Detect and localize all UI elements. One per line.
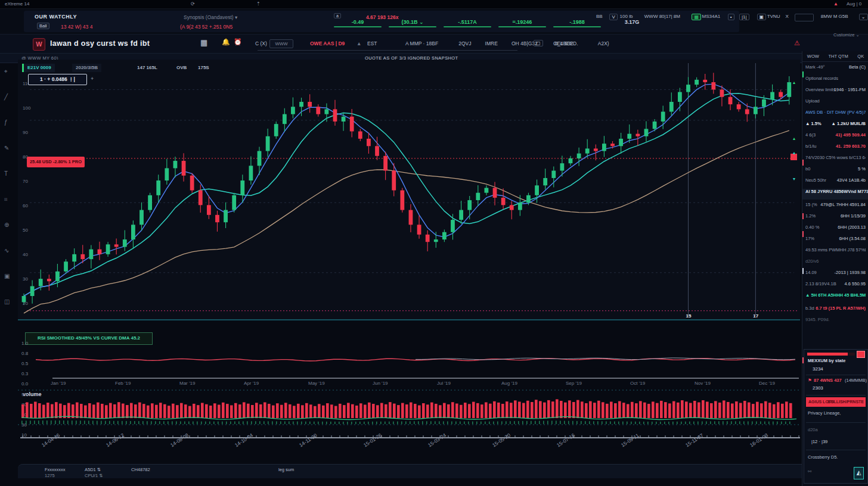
sidebar-row[interactable]: 2.13 8/19V4.1B4.6 550.95 [805, 281, 866, 292]
sidebar-row[interactable]: 4 6(341) 495 509.44 [805, 132, 866, 143]
price-axis-label: 100 [23, 105, 30, 111]
mini-box-item[interactable]: ⌄ [859, 14, 868, 20]
sidebar-row-label: Neu5 50hr [805, 177, 826, 183]
sidebar-row[interactable]: b/1/lu41. 259 603.70 [805, 144, 866, 154]
price-axis-label: 70 [23, 179, 28, 184]
sidebar-row-label: AI 58 JYRRU 4856WVnd M77345 [805, 189, 868, 194]
red-banner[interactable]: AGIUS LOTS BULLISH/PRNSTE [806, 397, 866, 407]
sidebar-row[interactable]: 0.40 %6HH (2003.13 [805, 225, 866, 235]
sidebar-row[interactable]: b05 % [805, 166, 866, 177]
shield-chart-icon[interactable]: ◭ [854, 467, 864, 479]
stat-value: -.1988 [569, 19, 585, 25]
chart-icon[interactable]: ▦ [200, 38, 207, 47]
tool-icon[interactable]: T [4, 170, 8, 177]
alert-badge[interactable]: 25.48 USD -2.80% 1 PRO [27, 157, 85, 167]
sidebar-row[interactable]: ▲ 5H 6TH A5HHH 45 BHL5M 5I [805, 292, 866, 303]
footer-item: CH48782 [131, 467, 150, 473]
sidebar-row[interactable]: AWS DB · DIT DHW (PV 4/5)7 [805, 110, 866, 120]
progress-bar [807, 353, 855, 356]
sidebar-row[interactable]: 17%6HH (3.54.08 [805, 236, 866, 247]
symbol-chip-secondary[interactable]: 2020/3I5B [72, 64, 101, 72]
alarm-icon[interactable]: ⏰ [234, 38, 242, 46]
sidebar-tab[interactable]: THT QTM [828, 54, 848, 59]
cx-label: C (X) [255, 40, 267, 46]
session-red-label: OWE AAS | D9 [310, 40, 345, 46]
symbol-chip[interactable]: Ball [37, 23, 49, 29]
quotebar-right-cluster: BBV100 lbWWW 80|17| 8M▦MS34A1•|1|▣TVNUX8… [596, 11, 868, 21]
sidebar-row-label: Optional records [805, 76, 838, 81]
tool-icon[interactable]: ✎ [4, 145, 9, 151]
search-underline[interactable] [258, 50, 517, 51]
app-logo[interactable]: W [33, 38, 45, 51]
mini-box-item[interactable]: V [609, 14, 617, 20]
up-icon[interactable]: ⇡ [256, 1, 261, 7]
plus-icon[interactable]: + [91, 76, 94, 82]
caret-icon[interactable]: ▲ [356, 40, 361, 46]
sidebar-row[interactable]: Overview limits1946 · 1951-FM [805, 87, 866, 98]
mini-search-input[interactable] [795, 14, 814, 21]
drawing-toolbar: ⌖╱ƒ✎T⌗⊕∿▣◫ [0, 63, 17, 319]
sidebar-row[interactable]: 49.53 mms PWMHH J78 57%L1B [805, 247, 866, 258]
cluster-label: TVNU [767, 14, 780, 19]
symbol-selector[interactable]: Synopsis (Oandavest) ▾ [184, 14, 237, 20]
stat-value: =.19246 [513, 19, 532, 25]
sidebar-tab[interactable]: WOW [807, 54, 819, 59]
tool-icon[interactable]: ∿ [4, 247, 9, 254]
mini-box-item[interactable]: • [728, 14, 734, 20]
chip-accent-bar [22, 64, 24, 72]
sidebar-row-label: AWS DB · DIT DHW (PV 4/5)7 [805, 110, 866, 115]
symbol-chip-active[interactable]: E21V 0009 [22, 64, 55, 72]
sidebar-tab[interactable]: QK [857, 54, 864, 59]
refresh-icon[interactable]: ⟳ [191, 1, 195, 7]
sidebar-row[interactable]: Neu5 50hr43V4 1A1B.4b [805, 177, 866, 188]
menu-item[interactable]: A2X) [598, 40, 609, 46]
sidebar-row-label: 15 (% [805, 202, 817, 207]
sidebar-row-label: 14.09 [805, 270, 817, 275]
tool-icon[interactable]: ⊕ [4, 222, 9, 228]
sidebar-row-label: d20/v6 [805, 258, 819, 264]
sidebar-row[interactable]: 9345. P09d. [805, 317, 866, 328]
sidebar-row[interactable]: d20/v6 [805, 258, 866, 269]
sidebar-row[interactable]: Mark -49°Beta (C) [805, 64, 866, 75]
tool-icon[interactable]: ▣ [4, 273, 10, 279]
price-axis-label: 60 [23, 203, 28, 208]
sidebar-row[interactable]: AI 58 JYRRU 4856WVnd M77345 [802, 189, 868, 200]
sidebar-edge-tick [802, 213, 804, 219]
cluster-label: 8MW M G5B [821, 14, 848, 19]
sidebar-row[interactable]: 15 (%479@L 7HHH 4591.84 [805, 202, 866, 213]
progress-end-box[interactable] [857, 351, 865, 358]
sidebar-row[interactable]: b.3d6.7 t9 (15 PL R A57/WH) [805, 306, 866, 316]
footer-item-bottom: CPU/1 ⇅ [85, 473, 103, 479]
sidebar-row[interactable]: Optional records [805, 76, 866, 86]
mini-box-item[interactable]: |1| [739, 14, 749, 20]
menu-item[interactable]: IMRE [485, 40, 498, 46]
system-topbar: eXtreme 14 ⟳ ⇡ ▲ Aug | 0 [0, 0, 868, 9]
mini-box-item[interactable]: ▦ [692, 14, 701, 20]
cluster-label: MS34A1 [702, 14, 721, 19]
sidebar-row[interactable]: 74/V2030 C5% wows b/C13 64# [805, 155, 866, 166]
person-icon[interactable]: ⚯ [808, 469, 811, 474]
sidebar-row[interactable]: 14.09-2013 | 1939.98 [805, 270, 866, 281]
tool-icon[interactable]: ╱ [4, 94, 8, 100]
tool-icon[interactable]: ⌗ [4, 196, 8, 203]
tool-icon[interactable]: ⌖ [4, 68, 8, 75]
sidebar-row-value: 6HH 1/15/39 [841, 213, 866, 219]
box-icon[interactable]: ▢ [534, 40, 543, 46]
footer-item: leg sum [278, 467, 294, 473]
bell-icon[interactable]: 🔔 [222, 38, 230, 46]
customize-link[interactable]: Customize ⌄ [833, 32, 860, 38]
tool-icon[interactable]: ƒ [4, 119, 8, 126]
order-price-box[interactable]: 1 · + 0.0486 ⋮| [28, 74, 87, 85]
toolbar-last-item[interactable]: CELBEE [553, 40, 574, 46]
price-axis-label: 40 [23, 252, 28, 257]
sidebar-row[interactable]: Upload [805, 98, 866, 109]
menu-item[interactable]: A MMP · 18BF [405, 40, 438, 46]
sidebar-row[interactable]: ▲ 1.5%▲ 1.2kU MUIL/B [805, 121, 866, 132]
warning-icon[interactable]: ⚠ [794, 39, 800, 47]
menu-item[interactable]: 2QVJ [458, 40, 471, 46]
main-chart[interactable]: 1101009080706050403020 E21V 0009 2020/3I… [18, 60, 800, 319]
tool-icon[interactable]: ◫ [4, 298, 10, 305]
mini-input[interactable]: WWW [269, 39, 293, 48]
sidebar-row[interactable]: 1.2%6HH 1/15/39 [805, 213, 866, 224]
mini-box-item[interactable]: ▣ [757, 14, 767, 20]
